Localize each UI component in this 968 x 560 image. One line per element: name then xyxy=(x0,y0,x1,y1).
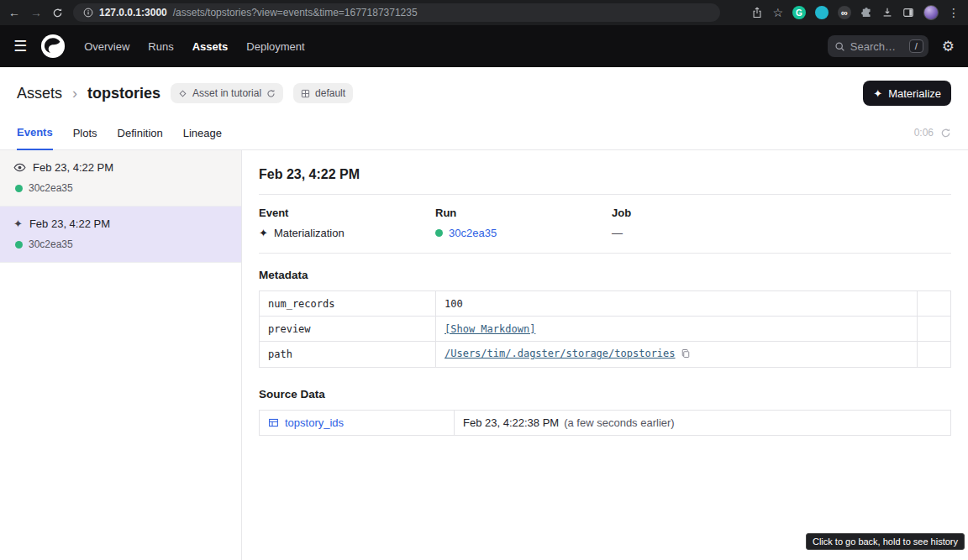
nav-item-assets[interactable]: Assets xyxy=(192,40,229,53)
tab-lineage[interactable]: Lineage xyxy=(183,116,222,149)
search-placeholder: Search… xyxy=(850,40,904,53)
event-timestamp: Feb 23, 4:22 PM xyxy=(29,217,110,230)
site-info-icon[interactable] xyxy=(83,8,93,18)
hamburger-menu-icon[interactable]: ☰ xyxy=(13,37,27,55)
browser-toolbar-icons: ☆ G ∞ ⋮ xyxy=(751,5,960,20)
address-bar[interactable]: 127.0.0.1:3000/assets/topstories?view=ev… xyxy=(73,3,720,22)
breadcrumb-current-asset: topstories xyxy=(87,85,160,102)
extensions-puzzle-icon[interactable] xyxy=(860,7,872,18)
refresh-timer: 0:06 xyxy=(914,127,934,139)
grammarly-extension-icon[interactable]: G xyxy=(792,6,806,19)
run-status-dot xyxy=(435,229,443,237)
run-status-dot xyxy=(15,185,23,192)
divider xyxy=(259,253,951,254)
metadata-value: [Show Markdown] xyxy=(436,317,918,342)
nav-item-overview[interactable]: Overview xyxy=(84,40,129,53)
side-panel-icon[interactable] xyxy=(902,7,914,18)
browser-chrome: ← → 127.0.0.1:3000/assets/topstories?vie… xyxy=(0,0,968,25)
event-list-sidebar: Feb 23, 4:22 PM 30c2ea35 ✦ Feb 23, 4:22 … xyxy=(0,150,242,560)
list-item-materialization-event[interactable]: ✦ Feb 23, 4:22 PM 30c2ea35 xyxy=(0,207,241,263)
event-timestamp: Feb 23, 4:22 PM xyxy=(33,161,113,174)
source-asset-cell: topstory_ids xyxy=(260,411,455,436)
app-nav-bar: ☰ Overview Runs Assets Deployment Search… xyxy=(0,25,968,67)
share-icon[interactable] xyxy=(751,7,763,18)
nav-item-runs[interactable]: Runs xyxy=(148,40,173,53)
event-summary-row: Event ✦ Materialization Run 30c2ea35 Job… xyxy=(259,195,951,253)
dagster-logo[interactable] xyxy=(40,34,66,59)
table-row: preview [Show Markdown] xyxy=(260,317,951,342)
metadata-empty-cell xyxy=(918,291,951,317)
asset-icon xyxy=(178,89,187,98)
metadata-table: num_records 100 preview [Show Markdown] … xyxy=(259,290,951,368)
asset-header: Assets › topstories Asset in tutorial de… xyxy=(0,67,968,116)
table-row: topstory_ids Feb 23, 4:22:38 PM(a few se… xyxy=(260,411,951,436)
asset-group-badge-label: Asset in tutorial xyxy=(192,87,261,99)
source-asset-name: topstory_ids xyxy=(285,416,344,429)
event-run-id[interactable]: 30c2ea35 xyxy=(29,182,73,194)
metadata-key: preview xyxy=(260,317,436,342)
path-link[interactable]: /Users/tim/.dagster/storage/topstories xyxy=(445,348,676,359)
show-markdown-link[interactable]: [Show Markdown] xyxy=(445,323,535,335)
metadata-section-title: Metadata xyxy=(259,269,951,281)
source-timestamp: Feb 23, 4:22:38 PM xyxy=(463,416,559,429)
run-id-link[interactable]: 30c2ea35 xyxy=(449,227,497,239)
profile-avatar[interactable] xyxy=(923,5,939,20)
downloads-icon[interactable] xyxy=(881,7,893,18)
table-icon xyxy=(268,417,279,428)
nav-item-deployment[interactable]: Deployment xyxy=(246,40,304,53)
metadata-value: /Users/tim/.dagster/storage/topstories xyxy=(436,342,918,368)
settings-gear-icon[interactable]: ⚙ xyxy=(942,38,955,55)
asset-tabs: Events Plots Definition Lineage 0:06 xyxy=(0,116,968,150)
metadata-empty-cell xyxy=(918,342,951,368)
event-detail-panel: Feb 23, 4:22 PM Event ✦ Materialization … xyxy=(242,150,968,560)
breadcrumb-assets[interactable]: Assets xyxy=(17,85,62,102)
list-item-observation-event[interactable]: Feb 23, 4:22 PM 30c2ea35 xyxy=(0,150,241,207)
table-row: num_records 100 xyxy=(260,291,951,317)
source-data-section-title: Source Data xyxy=(259,388,951,400)
url-path: /assets/topstories?view=events&time=1677… xyxy=(173,7,418,18)
back-history-tooltip: Click to go back, hold to see history xyxy=(806,533,965,550)
infinity-extension-icon[interactable]: ∞ xyxy=(838,6,851,19)
browser-menu-icon[interactable]: ⋮ xyxy=(948,7,960,18)
search-shortcut-key: / xyxy=(909,39,923,53)
metadata-empty-cell xyxy=(918,317,951,342)
run-status-dot xyxy=(15,241,23,249)
source-asset-link[interactable]: topstory_ids xyxy=(268,416,445,429)
refresh-icon[interactable] xyxy=(940,128,951,139)
materialization-sparkle-icon: ✦ xyxy=(13,217,23,230)
materialize-button[interactable]: ✦ Materialize xyxy=(863,81,951,106)
run-column-label: Run xyxy=(435,207,612,219)
copy-icon[interactable] xyxy=(681,349,691,361)
event-run-id[interactable]: 30c2ea35 xyxy=(29,238,73,250)
teal-extension-icon[interactable] xyxy=(815,6,829,19)
materialization-sparkle-icon: ✦ xyxy=(259,227,268,239)
source-time-note: (a few seconds earlier) xyxy=(564,416,675,429)
nav-links: Overview Runs Assets Deployment xyxy=(84,40,305,53)
event-detail-title: Feb 23, 4:22 PM xyxy=(259,167,951,182)
source-time-cell: Feb 23, 4:22:38 PM(a few seconds earlier… xyxy=(455,411,951,436)
source-data-table: topstory_ids Feb 23, 4:22:38 PM(a few se… xyxy=(259,410,951,436)
bookmark-star-icon[interactable]: ☆ xyxy=(772,7,783,18)
event-type-value: Materialization xyxy=(274,227,345,239)
metadata-key: path xyxy=(260,342,436,368)
tab-definition[interactable]: Definition xyxy=(118,116,163,149)
refresh-icon[interactable] xyxy=(266,89,276,98)
repo-location-badge-label: default xyxy=(315,87,345,99)
materialize-sparkle-icon: ✦ xyxy=(873,87,882,100)
event-column-label: Event xyxy=(259,207,435,219)
search-input[interactable]: Search… / xyxy=(828,35,929,57)
asset-group-badge[interactable]: Asset in tutorial xyxy=(171,83,283,103)
materialize-button-label: Materialize xyxy=(888,87,941,100)
grid-icon xyxy=(301,89,310,98)
browser-forward-icon[interactable]: → xyxy=(30,7,42,18)
search-icon xyxy=(834,41,845,52)
job-column-label: Job xyxy=(612,207,788,219)
tab-plots[interactable]: Plots xyxy=(73,116,97,149)
table-row: path /Users/tim/.dagster/storage/topstor… xyxy=(260,342,951,368)
repo-location-badge[interactable]: default xyxy=(293,83,353,103)
eye-observation-icon xyxy=(13,161,26,174)
browser-reload-icon[interactable] xyxy=(52,8,63,18)
browser-back-icon[interactable]: ← xyxy=(8,7,20,18)
tab-events[interactable]: Events xyxy=(17,117,53,150)
breadcrumb-separator: › xyxy=(72,85,77,102)
